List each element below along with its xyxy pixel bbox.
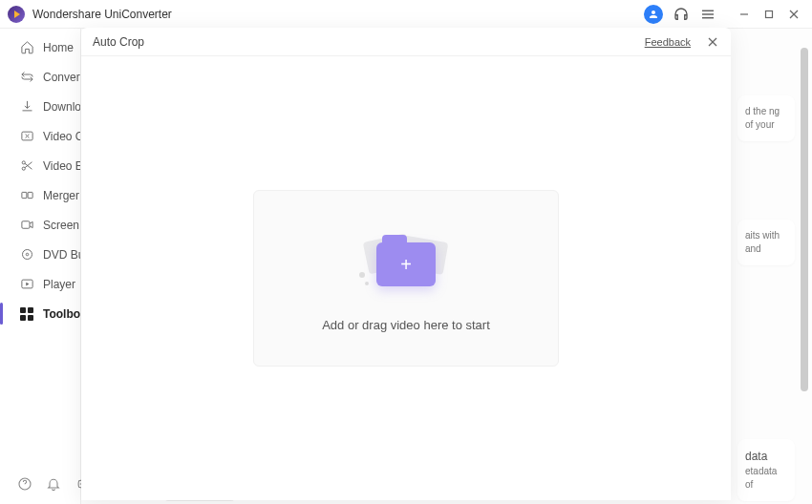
sidebar-item-label: Player	[43, 278, 75, 291]
svg-rect-12	[21, 221, 29, 229]
maximize-button[interactable]	[759, 4, 780, 25]
sidebar-item-label: Screen Recorder	[43, 219, 80, 232]
modal-close-button[interactable]	[704, 33, 721, 51]
merge-icon	[19, 188, 34, 203]
app-title: Wondershare UniConverter	[32, 8, 644, 21]
svg-point-8	[22, 161, 25, 164]
scissors-icon	[19, 158, 34, 174]
modal-title: Auto Crop	[91, 35, 645, 49]
window-close-button[interactable]	[783, 4, 804, 25]
play-icon	[19, 277, 34, 292]
auto-crop-modal: Auto Crop Feedback + Add or drag video h…	[81, 28, 731, 500]
scrollbar[interactable]	[801, 48, 808, 487]
titlebar: Wondershare UniConverter	[0, 0, 812, 29]
folder-illustration: +	[363, 224, 449, 291]
svg-point-14	[26, 253, 29, 256]
svg-rect-4	[766, 10, 773, 17]
sidebar-item-label: Converter	[43, 71, 80, 84]
disc-icon	[19, 247, 34, 262]
sidebar-item-converter[interactable]: Converter	[0, 62, 80, 92]
headset-icon[interactable]	[673, 6, 690, 23]
svg-point-13	[22, 250, 32, 260]
app-logo-icon	[8, 6, 25, 23]
sidebar-item-toolbox[interactable]: Toolbox	[0, 299, 80, 328]
sidebar-item-editor[interactable]: Video Editor	[0, 151, 80, 180]
bg-card: dataetadata of	[737, 439, 795, 501]
sidebar: Home Converter Downloader Video Compress…	[0, 29, 81, 504]
sidebar-item-label: Downloader	[43, 100, 80, 114]
bg-card: aits with and	[737, 220, 795, 265]
modal-header: Auto Crop Feedback	[81, 28, 731, 56]
toolbox-icon	[19, 306, 34, 322]
help-icon[interactable]	[17, 475, 32, 493]
sidebar-item-compressor[interactable]: Video Compressor	[0, 121, 80, 151]
sidebar-item-dvd[interactable]: DVD Burner	[0, 240, 80, 269]
sidebar-item-recorder[interactable]: Screen Recorder	[0, 210, 80, 240]
sidebar-item-label: Merger	[43, 189, 79, 202]
bell-icon[interactable]	[46, 475, 61, 493]
svg-rect-11	[28, 192, 32, 198]
compress-icon	[19, 129, 34, 144]
sidebar-item-label: Toolbox	[43, 307, 80, 321]
sidebar-item-label: DVD Burner	[43, 248, 80, 262]
sidebar-item-label: Video Editor	[43, 159, 80, 173]
minimize-button[interactable]	[734, 4, 755, 25]
sidebar-item-label: Video Compressor	[43, 130, 80, 143]
record-icon	[19, 218, 34, 233]
video-dropzone[interactable]: + Add or drag video here to start	[253, 190, 559, 367]
folder-plus-icon: +	[376, 242, 436, 286]
svg-point-9	[22, 167, 25, 170]
sidebar-item-downloader[interactable]: Downloader	[0, 92, 80, 121]
sidebar-item-label: Home	[43, 41, 74, 54]
converter-icon	[19, 70, 34, 85]
download-icon	[19, 99, 34, 115]
feedback-link[interactable]: Feedback	[645, 36, 691, 48]
svg-rect-10	[21, 192, 26, 198]
sidebar-item-player[interactable]: Player	[0, 269, 80, 299]
bg-card: d the ng of your	[737, 95, 795, 141]
hamburger-menu-icon[interactable]	[699, 6, 716, 23]
home-icon	[19, 40, 34, 55]
sidebar-item-home[interactable]: Home	[0, 32, 80, 62]
sidebar-item-merger[interactable]: Merger	[0, 180, 80, 210]
dropzone-text: Add or drag video here to start	[322, 318, 490, 332]
account-icon[interactable]	[644, 5, 663, 24]
